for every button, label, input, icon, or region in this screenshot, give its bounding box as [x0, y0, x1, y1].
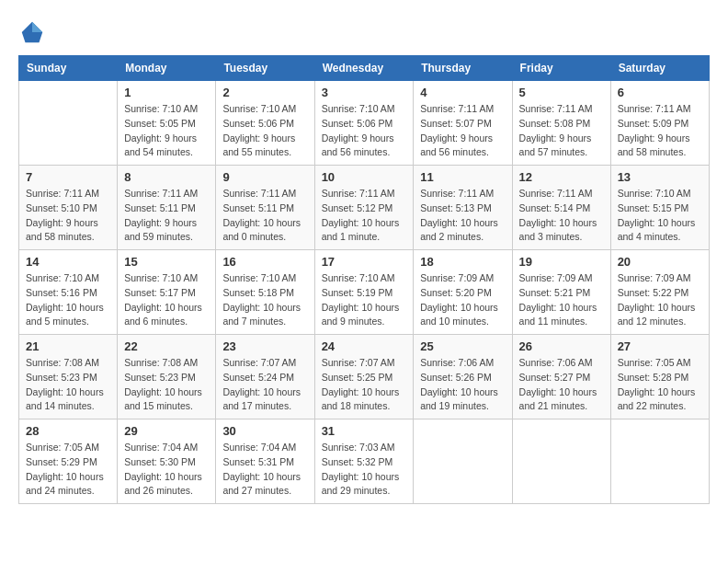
- day-cell: 6Sunrise: 7:11 AMSunset: 5:09 PMDaylight…: [610, 81, 709, 166]
- day-number: 10: [322, 170, 407, 184]
- col-header-friday: Friday: [512, 56, 610, 81]
- day-info: Sunrise: 7:03 AMSunset: 5:32 PMDaylight:…: [322, 441, 407, 499]
- day-cell: 2Sunrise: 7:10 AMSunset: 5:06 PMDaylight…: [216, 81, 314, 166]
- day-info: Sunrise: 7:06 AMSunset: 5:26 PMDaylight:…: [420, 356, 505, 414]
- day-info: Sunrise: 7:10 AMSunset: 5:16 PMDaylight:…: [26, 271, 110, 329]
- day-info: Sunrise: 7:10 AMSunset: 5:06 PMDaylight:…: [222, 102, 307, 160]
- day-cell: 10Sunrise: 7:11 AMSunset: 5:12 PMDayligh…: [314, 166, 414, 250]
- col-header-thursday: Thursday: [414, 56, 512, 81]
- day-number: 1: [124, 86, 209, 99]
- day-cell: [610, 419, 709, 504]
- day-info: Sunrise: 7:11 AMSunset: 5:09 PMDaylight:…: [618, 102, 702, 160]
- day-number: 17: [322, 255, 407, 269]
- day-info: Sunrise: 7:10 AMSunset: 5:05 PMDaylight:…: [124, 102, 209, 160]
- day-number: 29: [124, 424, 209, 438]
- calendar-header: SundayMondayTuesdayWednesdayThursdayFrid…: [19, 56, 710, 81]
- day-cell: 7Sunrise: 7:11 AMSunset: 5:10 PMDaylight…: [19, 166, 118, 250]
- day-cell: 25Sunrise: 7:06 AMSunset: 5:26 PMDayligh…: [414, 335, 512, 419]
- day-number: 3: [322, 86, 407, 99]
- day-number: 28: [26, 424, 110, 438]
- day-cell: 20Sunrise: 7:09 AMSunset: 5:22 PMDayligh…: [610, 250, 709, 335]
- week-row-4: 21Sunrise: 7:08 AMSunset: 5:23 PMDayligh…: [19, 335, 710, 419]
- day-number: 19: [519, 255, 604, 269]
- col-header-tuesday: Tuesday: [216, 56, 314, 81]
- day-cell: 27Sunrise: 7:05 AMSunset: 5:28 PMDayligh…: [610, 335, 709, 419]
- day-cell: [414, 419, 512, 504]
- day-info: Sunrise: 7:10 AMSunset: 5:17 PMDaylight:…: [124, 271, 209, 329]
- day-cell: 11Sunrise: 7:11 AMSunset: 5:13 PMDayligh…: [414, 166, 512, 250]
- col-header-sunday: Sunday: [19, 56, 118, 81]
- day-cell: 21Sunrise: 7:08 AMSunset: 5:23 PMDayligh…: [19, 335, 118, 419]
- day-cell: 5Sunrise: 7:11 AMSunset: 5:08 PMDaylight…: [512, 81, 610, 166]
- day-info: Sunrise: 7:11 AMSunset: 5:13 PMDaylight:…: [420, 187, 505, 245]
- day-info: Sunrise: 7:11 AMSunset: 5:10 PMDaylight:…: [26, 187, 110, 245]
- day-cell: 3Sunrise: 7:10 AMSunset: 5:06 PMDaylight…: [314, 81, 414, 166]
- day-info: Sunrise: 7:11 AMSunset: 5:08 PMDaylight:…: [519, 102, 604, 160]
- logo: [18, 18, 50, 46]
- day-cell: 13Sunrise: 7:10 AMSunset: 5:15 PMDayligh…: [610, 166, 709, 250]
- day-cell: 1Sunrise: 7:10 AMSunset: 5:05 PMDaylight…: [118, 81, 216, 166]
- day-cell: 30Sunrise: 7:04 AMSunset: 5:31 PMDayligh…: [216, 419, 314, 504]
- day-number: 9: [222, 170, 307, 184]
- day-number: 2: [222, 86, 307, 99]
- day-number: 23: [222, 339, 307, 353]
- day-info: Sunrise: 7:10 AMSunset: 5:18 PMDaylight:…: [222, 271, 307, 329]
- day-info: Sunrise: 7:05 AMSunset: 5:29 PMDaylight:…: [26, 441, 110, 499]
- day-number: 22: [124, 339, 209, 353]
- day-number: 12: [519, 170, 604, 184]
- col-header-wednesday: Wednesday: [314, 56, 414, 81]
- col-header-monday: Monday: [118, 56, 216, 81]
- day-info: Sunrise: 7:04 AMSunset: 5:31 PMDaylight:…: [222, 441, 307, 499]
- day-info: Sunrise: 7:09 AMSunset: 5:20 PMDaylight:…: [420, 271, 505, 329]
- day-cell: 16Sunrise: 7:10 AMSunset: 5:18 PMDayligh…: [216, 250, 314, 335]
- day-info: Sunrise: 7:11 AMSunset: 5:11 PMDaylight:…: [222, 187, 307, 245]
- day-info: Sunrise: 7:07 AMSunset: 5:25 PMDaylight:…: [322, 356, 407, 414]
- day-info: Sunrise: 7:08 AMSunset: 5:23 PMDaylight:…: [26, 356, 110, 414]
- day-info: Sunrise: 7:11 AMSunset: 5:11 PMDaylight:…: [124, 187, 209, 245]
- day-number: 16: [222, 255, 307, 269]
- day-info: Sunrise: 7:11 AMSunset: 5:07 PMDaylight:…: [420, 102, 505, 160]
- day-cell: 15Sunrise: 7:10 AMSunset: 5:17 PMDayligh…: [118, 250, 216, 335]
- day-number: 6: [618, 86, 702, 99]
- day-number: 5: [519, 86, 604, 99]
- day-cell: [512, 419, 610, 504]
- day-number: 21: [26, 339, 110, 353]
- day-info: Sunrise: 7:10 AMSunset: 5:19 PMDaylight:…: [322, 271, 407, 329]
- day-cell: 19Sunrise: 7:09 AMSunset: 5:21 PMDayligh…: [512, 250, 610, 335]
- day-cell: [19, 81, 118, 166]
- day-cell: 8Sunrise: 7:11 AMSunset: 5:11 PMDaylight…: [118, 166, 216, 250]
- day-number: 31: [322, 424, 407, 438]
- day-info: Sunrise: 7:09 AMSunset: 5:22 PMDaylight:…: [618, 271, 702, 329]
- svg-marker-1: [32, 22, 42, 32]
- week-row-1: 1Sunrise: 7:10 AMSunset: 5:05 PMDaylight…: [19, 81, 710, 166]
- day-cell: 28Sunrise: 7:05 AMSunset: 5:29 PMDayligh…: [19, 419, 118, 504]
- day-cell: 9Sunrise: 7:11 AMSunset: 5:11 PMDaylight…: [216, 166, 314, 250]
- logo-icon: [18, 18, 46, 46]
- calendar-body: 1Sunrise: 7:10 AMSunset: 5:05 PMDaylight…: [19, 81, 710, 504]
- col-header-saturday: Saturday: [610, 56, 709, 81]
- day-cell: 18Sunrise: 7:09 AMSunset: 5:20 PMDayligh…: [414, 250, 512, 335]
- day-info: Sunrise: 7:05 AMSunset: 5:28 PMDaylight:…: [618, 356, 702, 414]
- day-info: Sunrise: 7:08 AMSunset: 5:23 PMDaylight:…: [124, 356, 209, 414]
- calendar-table: SundayMondayTuesdayWednesdayThursdayFrid…: [18, 55, 710, 504]
- day-info: Sunrise: 7:07 AMSunset: 5:24 PMDaylight:…: [222, 356, 307, 414]
- day-cell: 29Sunrise: 7:04 AMSunset: 5:30 PMDayligh…: [118, 419, 216, 504]
- day-info: Sunrise: 7:10 AMSunset: 5:06 PMDaylight:…: [322, 102, 407, 160]
- day-cell: 14Sunrise: 7:10 AMSunset: 5:16 PMDayligh…: [19, 250, 118, 335]
- day-number: 27: [618, 339, 702, 353]
- day-number: 11: [420, 170, 505, 184]
- day-number: 30: [222, 424, 307, 438]
- day-info: Sunrise: 7:11 AMSunset: 5:14 PMDaylight:…: [519, 187, 604, 245]
- week-row-5: 28Sunrise: 7:05 AMSunset: 5:29 PMDayligh…: [19, 419, 710, 504]
- day-number: 7: [26, 170, 110, 184]
- page-header: [18, 18, 710, 46]
- day-cell: 12Sunrise: 7:11 AMSunset: 5:14 PMDayligh…: [512, 166, 610, 250]
- day-number: 18: [420, 255, 505, 269]
- day-number: 8: [124, 170, 209, 184]
- day-number: 26: [519, 339, 604, 353]
- day-number: 20: [618, 255, 702, 269]
- day-number: 25: [420, 339, 505, 353]
- week-row-3: 14Sunrise: 7:10 AMSunset: 5:16 PMDayligh…: [19, 250, 710, 335]
- day-cell: 26Sunrise: 7:06 AMSunset: 5:27 PMDayligh…: [512, 335, 610, 419]
- day-number: 13: [618, 170, 702, 184]
